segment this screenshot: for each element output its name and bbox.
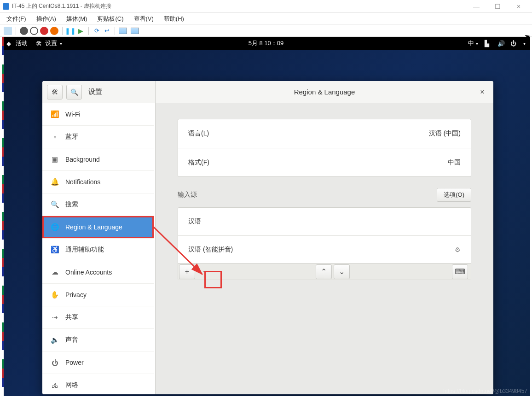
globe-icon: 🌐 [51,223,59,231]
sidebar-title: 设置 [88,88,102,96]
add-input-button[interactable]: + [179,264,195,279]
input-source-label: 汉语 (智能拼音) [188,246,233,254]
watermark: https://blog.csdn.net/@b33498457 [443,388,527,394]
accessibility-icon: ♿ [51,246,59,254]
settings-sidebar: 🛠 🔍 设置 📶Wi-Fiᚼ蓝牙▣Background🔔Notification… [42,81,156,394]
sidebar-item-globe[interactable]: 🌐Region & Language [42,216,154,239]
sidebar-item-label: Privacy [65,291,87,298]
toolbar-shutdown-icon[interactable] [40,27,48,35]
sidebar-item-label: Wi-Fi [65,111,81,118]
toolbar-share-icon[interactable] [131,28,139,34]
host-window-buttons: — ☐ × [466,0,529,12]
sidebar-item-sound[interactable]: 🔈声音 [42,329,154,351]
content-body: 语言(L) 汉语 (中国) 格式(F) 中国 输入源 选项(O) 汉语汉语 (智… [156,103,493,394]
input-source-label: 汉语 [188,217,201,226]
toolbar-checkpoint-icon[interactable]: ⟳ [93,27,101,35]
host-menu-clipboard[interactable]: 剪贴板(C) [97,15,123,23]
sidebar-item-accessibility[interactable]: ♿通用辅助功能 [42,239,154,261]
tools-icon: 🛠 [36,40,42,47]
language-row[interactable]: 语言(L) 汉语 (中国) [178,119,471,148]
accounts-icon: ☁ [51,268,59,276]
toolbar-turnoff-icon[interactable] [30,27,38,35]
sidebar-item-label: Online Accounts [65,269,112,276]
sidebar-header: 🛠 🔍 设置 [42,81,155,103]
volume-status-icon[interactable]: 🔊 [497,40,504,47]
input-source-row[interactable]: 汉语 (智能拼音)⚙ [178,235,471,263]
input-source-row[interactable]: 汉语 [178,208,471,235]
input-options-button[interactable]: 选项(O) [437,188,471,202]
host-menu-action[interactable]: 操作(A) [36,15,56,23]
search-button[interactable]: 🔍 [66,85,82,100]
sidebar-item-network[interactable]: 🖧网络 [42,374,154,394]
network-status-icon[interactable]: ▙ [485,40,491,47]
sidebar-item-label: 声音 [65,336,78,344]
sidebar-item-accounts[interactable]: ☁Online Accounts [42,261,154,284]
toolbar-save-icon[interactable] [50,27,58,35]
sidebar-list[interactable]: 📶Wi-Fiᚼ蓝牙▣Background🔔Notifications🔍搜索🌐Re… [42,103,155,394]
power-status-icon[interactable]: ⏻ [510,40,517,47]
ime-indicator[interactable]: 中 ▾ [468,39,478,47]
clock-label[interactable]: 5月 8 10：09 [249,39,284,47]
toolbar-pause-icon[interactable]: ❚❚ [66,27,75,35]
host-close-button[interactable]: × [508,0,529,12]
content-header: Region & Language × [156,81,493,103]
tools-button[interactable]: 🛠 [47,85,63,100]
gear-icon[interactable]: ⚙ [455,246,461,253]
guest-desktop: ◆ 活动 🛠 设置 ▾ 5月 8 10：09 中 ▾ ▙ 🔊 ⏻ ▾ 🛠 🔍 设… [2,37,530,396]
toolbar-ctrlaltdel-icon[interactable] [4,27,12,35]
chevron-down-icon: ▾ [60,41,62,46]
tools-icon: 🛠 [52,88,58,96]
sidebar-item-power[interactable]: ⏻Power [42,351,154,374]
toolbar-enhanced-icon[interactable] [119,28,127,34]
activities-label: 活动 [16,39,28,47]
settings-content: Region & Language × 语言(L) 汉语 (中国) 格式(F) … [156,81,493,394]
host-menubar: 文件(F) 操作(A) 媒体(M) 剪贴板(C) 查看(V) 帮助(H) [0,13,532,25]
toolbar-revert-icon[interactable]: ↩ [103,27,111,35]
sidebar-item-bluetooth[interactable]: ᚼ蓝牙 [42,126,154,148]
search-icon: 🔍 [70,88,78,96]
sidebar-item-label: 蓝牙 [65,133,78,141]
host-toolbar: ❚❚ ▶ ⟳ ↩ [0,25,532,37]
activities-button[interactable]: ◆ 活动 [6,39,28,47]
sidebar-item-label: Region & Language [65,223,122,231]
toolbar-start-icon[interactable] [20,27,28,35]
language-format-card: 语言(L) 汉语 (中国) 格式(F) 中国 [178,119,471,177]
appmenu-button[interactable]: 🛠 设置 ▾ [36,39,62,47]
host-menu-file[interactable]: 文件(F) [6,15,26,23]
host-menu-media[interactable]: 媒体(M) [66,15,87,23]
privacy-icon: ✋ [51,291,59,299]
input-sources-card: 汉语汉语 (智能拼音)⚙ + − ⌃ ⌄ ⌨ [178,207,471,280]
toolbar-separator [88,27,89,35]
move-down-button[interactable]: ⌄ [334,264,350,279]
sidebar-item-label: Power [65,359,84,366]
sidebar-item-wifi[interactable]: 📶Wi-Fi [42,103,154,126]
input-sources-header: 输入源 选项(O) [178,188,471,202]
formats-row[interactable]: 格式(F) 中国 [178,148,471,176]
show-layout-button[interactable]: ⌨ [452,264,468,279]
input-sources-toolbar: + − ⌃ ⌄ ⌨ [178,263,471,280]
sidebar-item-privacy[interactable]: ✋Privacy [42,284,154,306]
toolbar-resume-icon[interactable]: ▶ [76,27,85,35]
language-label: 语言(L) [188,129,209,138]
left-edge-indicator [2,37,4,396]
host-menu-help[interactable]: 帮助(H) [164,15,184,23]
host-title: IT-45 上的 CentOs8.1.1911 - 虚拟机连接 [12,2,111,10]
sound-icon: 🔈 [51,336,59,344]
move-up-button[interactable]: ⌃ [316,264,332,279]
sidebar-item-bell[interactable]: 🔔Notifications [42,171,154,193]
bluetooth-icon: ᚼ [51,133,59,141]
host-menu-view[interactable]: 查看(V) [134,15,154,23]
close-button[interactable]: × [475,85,490,100]
sidebar-item-share[interactable]: ⇢共享 [42,306,154,329]
gnome-topbar: ◆ 活动 🛠 设置 ▾ 5月 8 10：09 中 ▾ ▙ 🔊 ⏻ ▾ [2,37,530,50]
sidebar-item-label: 网络 [65,381,78,389]
host-minimize-button[interactable]: — [466,0,487,12]
sidebar-item-search[interactable]: 🔍搜索 [42,193,154,216]
sidebar-item-background[interactable]: ▣Background [42,148,154,171]
remove-input-button[interactable]: − [197,264,213,279]
host-maximize-button[interactable]: ☐ [487,0,508,12]
sidebar-item-label: 通用辅助功能 [65,246,104,254]
host-titlebar: IT-45 上的 CentOs8.1.1911 - 虚拟机连接 — ☐ × [0,0,532,13]
network-icon: 🖧 [51,381,59,389]
share-icon: ⇢ [51,313,59,322]
